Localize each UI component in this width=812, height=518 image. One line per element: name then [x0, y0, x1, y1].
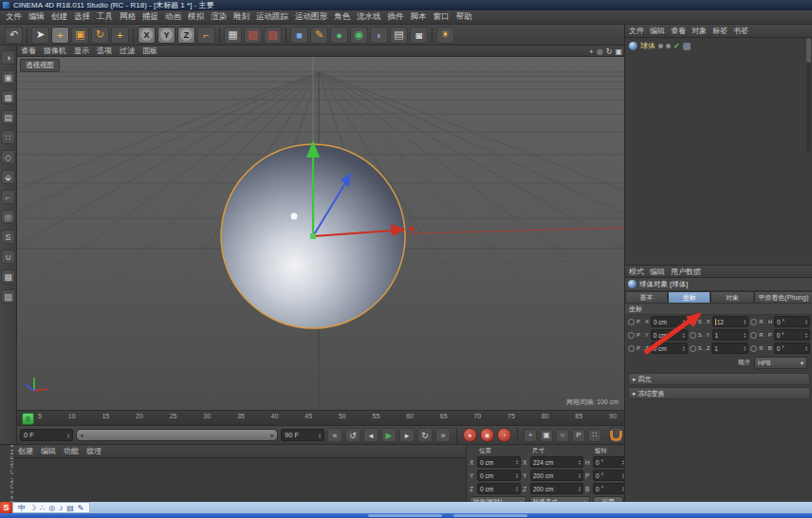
keyframe-dot[interactable]	[628, 319, 635, 325]
am-menu-mode[interactable]: 模式	[629, 267, 644, 277]
menu-item-select[interactable]: 选择	[74, 11, 90, 23]
scrollbar-right-arrow[interactable]: ▸	[270, 432, 274, 439]
menu-item-sculpt[interactable]: 雕刻	[233, 11, 249, 23]
pz-field[interactable]: 0 cm▴▾	[651, 342, 688, 354]
go-to-start-button[interactable]: «	[327, 428, 342, 442]
model-mode-icon[interactable]: ▣	[1, 70, 15, 84]
timeline-ruler[interactable]: 0 5 10 15 20 25 30 35 40 45 50 55 60 65 …	[17, 410, 626, 425]
ime-emoji-icon[interactable]: ◎	[48, 504, 55, 512]
play-backwards-button[interactable]: ↺	[345, 428, 360, 442]
record-parameter-toggle[interactable]: P	[572, 429, 585, 442]
tab-basic[interactable]: 基本	[625, 291, 668, 304]
viewport-menu-display[interactable]: 显示	[74, 46, 89, 56]
viewport-menu-filter[interactable]: 过滤	[120, 46, 135, 56]
deformer-icon[interactable]: ◉	[350, 27, 368, 44]
pos-x-field[interactable]: 0 cm▴▾	[477, 456, 521, 468]
menu-item-mograph[interactable]: 运动图形	[295, 11, 327, 23]
environment-icon[interactable]: ◗	[370, 27, 388, 44]
record-position-toggle[interactable]: +	[524, 429, 537, 442]
record-scale-toggle[interactable]: ▣	[540, 429, 553, 442]
om-menu-view[interactable]: 查看	[671, 26, 686, 36]
object-row-sphere[interactable]: 球体 ✓	[625, 40, 812, 52]
menu-item-help[interactable]: 帮助	[456, 11, 472, 23]
rotate-view-icon[interactable]: ↻	[606, 47, 613, 56]
section-quaternion[interactable]: ▸ 四元	[628, 373, 810, 385]
viewport-menu-cameras[interactable]: 摄像机	[44, 46, 66, 56]
om-menu-tags[interactable]: 标签	[712, 26, 728, 36]
make-editable-icon[interactable]: ◑	[1, 50, 15, 65]
keyframe-dot[interactable]	[750, 332, 757, 339]
lock-workplane-icon[interactable]: ▨	[1, 289, 15, 304]
record-rotation-toggle[interactable]: ○	[556, 429, 569, 442]
ime-moon-icon[interactable]: ☽	[29, 504, 36, 512]
undo-icon[interactable]: ↶	[5, 27, 23, 44]
om-menu-file[interactable]: 文件	[629, 26, 644, 36]
lock-x-axis-icon[interactable]: X	[138, 27, 156, 44]
viewport-solo-icon[interactable]: ◎	[1, 210, 15, 224]
rotate-tool-icon[interactable]: ↻	[91, 27, 109, 44]
edges-mode-icon[interactable]: ◇	[1, 150, 15, 164]
om-menu-bookmarks[interactable]: 书签	[733, 26, 748, 36]
next-frame-button[interactable]: ▸	[399, 428, 415, 442]
menu-item-render[interactable]: 渲染	[211, 11, 227, 23]
scale-tool-icon[interactable]: ▣	[71, 27, 89, 44]
render-view-icon[interactable]: ▦	[224, 27, 242, 44]
zoom-view-icon[interactable]: ◎	[597, 47, 603, 56]
rh-field[interactable]: 0 °▴▾	[774, 316, 810, 327]
tab-phong[interactable]: 平滑着色(Phong)	[754, 291, 812, 304]
phong-tag-icon[interactable]	[683, 43, 691, 50]
viewport-menu-view[interactable]: 查看	[21, 46, 36, 56]
menu-item-plugins[interactable]: 插件	[388, 11, 404, 23]
taskbar-window-button[interactable]	[453, 514, 527, 517]
scrollbar-left-arrow[interactable]: ◂	[80, 432, 83, 439]
object-name[interactable]: 球体	[640, 41, 655, 51]
ime-dots-icon[interactable]: ∴	[40, 504, 45, 512]
menu-item-character[interactable]: 角色	[334, 11, 350, 23]
end-frame-field[interactable]: 90 F ▴▾	[281, 429, 324, 441]
section-freeze-transform[interactable]: ▸ 冻结变换	[628, 387, 810, 399]
rot-b-field[interactable]: 0 °▴▾	[593, 483, 627, 494]
menu-item-pipeline[interactable]: 流水线	[357, 11, 381, 23]
previous-frame-button[interactable]: ◂	[363, 428, 378, 442]
order-dropdown[interactable]: HPB▾	[754, 357, 807, 369]
rot-p-field[interactable]: 0 °▴▾	[593, 470, 627, 481]
om-menu-objects[interactable]: 对象	[692, 26, 707, 36]
menu-item-simulate[interactable]: 模拟	[188, 11, 204, 23]
magnet-snap-icon[interactable]: ∪	[1, 250, 15, 264]
visibility-dot-render[interactable]	[666, 44, 671, 48]
viewport-menu-options[interactable]: 选项	[97, 46, 112, 56]
menu-item-window[interactable]: 窗口	[434, 11, 450, 23]
object-manager-scrollbar[interactable]	[806, 38, 811, 152]
last-tool-icon[interactable]: +	[111, 27, 129, 44]
workplane-icon[interactable]: ▩	[1, 269, 15, 284]
menu-item-snap[interactable]: 捕捉	[142, 11, 158, 23]
windows-taskbar[interactable]	[0, 513, 812, 518]
primitive-cube-icon[interactable]: ■	[290, 27, 308, 44]
material-manager[interactable]: 创建 编辑 功能 纹理	[13, 444, 467, 503]
sx-field[interactable]: 12▴▾	[712, 316, 749, 327]
pan-view-icon[interactable]: +	[589, 47, 594, 56]
keyframe-selection-button[interactable]: ◔	[497, 428, 511, 442]
keyframe-dot[interactable]	[690, 332, 696, 339]
spinner-icon[interactable]: ▴▾	[319, 433, 321, 438]
play-button[interactable]: ▶	[381, 428, 397, 442]
material-menu-function[interactable]: 功能	[64, 446, 79, 456]
timeline-scrollbar[interactable]: ◂ ▸	[76, 429, 278, 441]
spinner-icon[interactable]: ▴▾	[67, 433, 69, 438]
size-x-field[interactable]: 224 cm▴▾	[530, 456, 583, 468]
viewport-menu-panel[interactable]: 面板	[142, 46, 157, 56]
render-region-icon[interactable]: ▧	[244, 27, 262, 44]
snap-magnet-button[interactable]	[609, 427, 623, 443]
menu-item-animate[interactable]: 动画	[165, 11, 181, 23]
timeline-playhead[interactable]: 0	[22, 413, 34, 425]
viewport[interactable]: 查看 摄像机 显示 选项 过滤 面板 + ◎ ↻ ▣ 透视视图	[17, 46, 624, 410]
taskbar-window-button[interactable]	[368, 514, 442, 517]
menu-item-edit[interactable]: 编辑	[28, 11, 45, 23]
spline-pen-icon[interactable]: ✎	[310, 27, 328, 44]
object-enabled-check[interactable]: ✓	[674, 42, 680, 50]
loop-button[interactable]: ↻	[417, 428, 433, 442]
move-tool-icon[interactable]: +	[51, 27, 69, 44]
menu-item-file[interactable]: 文件	[6, 11, 22, 23]
keyframe-dot[interactable]	[628, 332, 635, 339]
mograph-array-icon[interactable]: ▤	[390, 27, 408, 44]
